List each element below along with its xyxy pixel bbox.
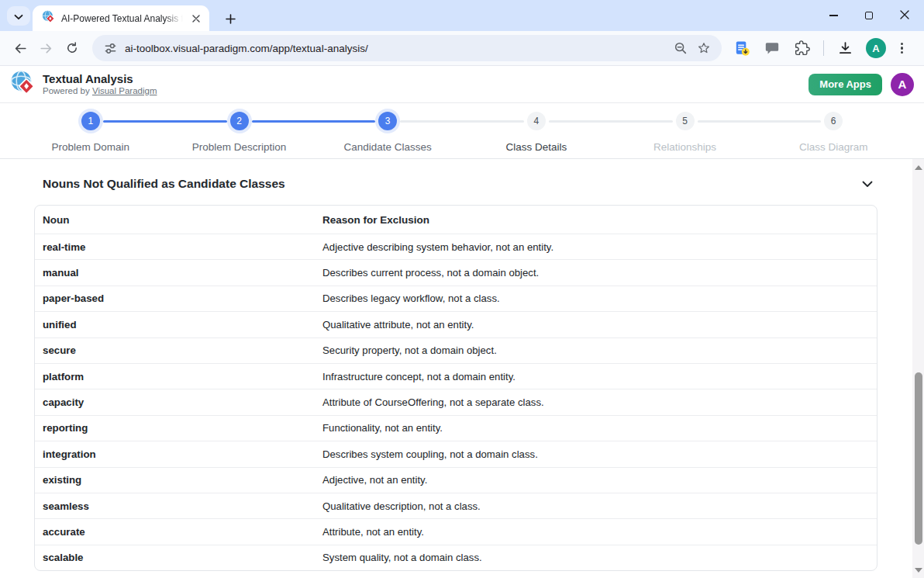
section-header[interactable]: Nouns Not Qualified as Candidate Classes: [0, 159, 924, 192]
stepper-step-2[interactable]: 2Problem Description: [165, 103, 314, 158]
maximize-button[interactable]: [851, 0, 887, 31]
bookmark-star-icon[interactable]: [695, 40, 712, 57]
browser-profile-avatar[interactable]: A: [866, 38, 886, 58]
table-row: real-timeAdjective describing system beh…: [35, 234, 877, 259]
reason-cell: Qualitative description, not a class.: [322, 500, 877, 512]
step-connector: [103, 120, 227, 123]
page-scrollbar: [912, 159, 924, 578]
scrollbar-thumb[interactable]: [915, 372, 922, 545]
site-settings-icon[interactable]: [102, 40, 119, 57]
reason-cell: Functionality, not an entity.: [322, 422, 877, 434]
noun-cell: manual: [35, 267, 322, 279]
more-apps-button[interactable]: More Apps: [808, 74, 882, 95]
table-row: unifiedQualitative attribute, not an ent…: [35, 311, 877, 337]
reason-cell: System quality, not a domain class.: [322, 552, 877, 563]
step-label: Candidate Classes: [313, 141, 462, 153]
noun-cell: real-time: [35, 241, 322, 253]
step-circle: 6: [824, 112, 843, 130]
new-tab-button[interactable]: [220, 9, 240, 29]
app-title-block: Textual Analysis Powered by Visual Parad…: [43, 72, 157, 96]
close-window-button[interactable]: [887, 0, 922, 31]
address-bar[interactable]: ai-toolbox.visual-paradigm.com/app/textu…: [92, 35, 722, 61]
docs-download-icon[interactable]: [733, 39, 751, 57]
noun-cell: accurate: [35, 526, 322, 538]
table-row: integrationDescribes system coupling, no…: [35, 441, 877, 466]
toolbar-divider: [823, 40, 824, 56]
step-circle: 4: [527, 112, 546, 130]
stepper-step-4[interactable]: 4Class Details: [462, 103, 611, 158]
step-circle: 3: [378, 112, 397, 130]
url-text: ai-toolbox.visual-paradigm.com/app/textu…: [125, 43, 666, 54]
tab-title: AI-Powered Textual Analysis for: [61, 13, 183, 24]
visual-paradigm-link[interactable]: Visual Paradigm: [92, 86, 157, 95]
browser-tab[interactable]: AI-Powered Textual Analysis for: [33, 5, 209, 31]
close-icon: [900, 9, 909, 22]
step-connector: [400, 120, 524, 123]
reload-button[interactable]: [59, 36, 84, 61]
step-label: Class Diagram: [759, 141, 908, 153]
noun-cell: integration: [35, 448, 322, 460]
stepper-step-5[interactable]: 5Relationships: [611, 103, 760, 158]
table-row: secureSecurity property, not a domain ob…: [35, 337, 877, 363]
step-circle: 5: [676, 112, 695, 130]
triangle-up-icon: [915, 165, 922, 170]
back-button[interactable]: [8, 36, 33, 61]
reason-cell: Adjective, not an entity.: [322, 474, 877, 486]
table-row: existingAdjective, not an entity.: [35, 467, 877, 493]
reason-cell: Infrastructure concept, not a domain ent…: [322, 371, 877, 382]
reason-cell: Adjective describing system behavior, no…: [322, 241, 877, 253]
table-row: seamlessQualitative description, not a c…: [35, 493, 877, 518]
table-row: scalableSystem quality, not a domain cla…: [35, 545, 877, 570]
window-controls: [815, 0, 922, 31]
table-row: capacityAttribute of CourseOffering, not…: [35, 389, 877, 414]
powered-by-text: Powered by Visual Paradigm: [43, 85, 157, 96]
step-circle: 2: [230, 112, 249, 130]
step-connector: [252, 120, 376, 123]
downloads-icon[interactable]: [836, 39, 854, 57]
table-row: reportingFunctionality, not an entity.: [35, 415, 877, 441]
triangle-down-icon: [915, 568, 922, 573]
reason-cell: Attribute of CourseOffering, not a separ…: [322, 396, 877, 408]
scroll-up-arrow[interactable]: [912, 161, 924, 173]
noun-cell: seamless: [35, 500, 322, 512]
maximize-icon: [865, 12, 873, 19]
table-row: platformInfrastructure concept, not a do…: [35, 363, 877, 389]
toolbar-extensions-area: A: [733, 38, 906, 58]
tab-close-icon[interactable]: [189, 12, 203, 26]
browser-menu-icon[interactable]: [898, 40, 906, 57]
zoom-out-icon[interactable]: [672, 40, 689, 57]
browser-titlebar: AI-Powered Textual Analysis for: [0, 0, 924, 31]
browser-toolbar: ai-toolbox.visual-paradigm.com/app/textu…: [0, 31, 924, 66]
reason-cell: Security property, not a domain object.: [322, 344, 877, 356]
excluded-nouns-table: Noun Reason for Exclusion real-timeAdjec…: [34, 205, 877, 571]
stepper-step-3[interactable]: 3Candidate Classes: [313, 103, 462, 158]
reason-cell: Describes current process, not a domain …: [322, 267, 877, 279]
column-header-reason: Reason for Exclusion: [322, 214, 877, 226]
column-header-noun: Noun: [35, 214, 322, 226]
step-label: Class Details: [462, 141, 611, 153]
step-connector: [549, 120, 673, 123]
step-circle: 1: [81, 112, 100, 130]
section-title: Nouns Not Qualified as Candidate Classes: [43, 177, 285, 191]
noun-cell: secure: [35, 344, 322, 356]
minimize-button[interactable]: [815, 0, 851, 31]
noun-cell: paper-based: [35, 292, 322, 304]
collapse-chevron-icon[interactable]: [860, 176, 875, 192]
table-header-row: Noun Reason for Exclusion: [35, 206, 877, 234]
table-row: paper-basedDescribes legacy workflow, no…: [35, 286, 877, 311]
user-avatar[interactable]: A: [891, 73, 914, 96]
extensions-puzzle-icon[interactable]: [793, 39, 812, 57]
step-label: Relationships: [611, 141, 760, 153]
tab-search-button[interactable]: [7, 6, 30, 26]
progress-stepper: 1Problem Domain2Problem Description3Cand…: [0, 103, 924, 159]
feedback-comment-icon[interactable]: [763, 39, 781, 57]
scroll-down-arrow[interactable]: [912, 564, 924, 576]
forward-button[interactable]: [33, 36, 59, 61]
noun-cell: platform: [35, 371, 322, 382]
noun-cell: capacity: [35, 396, 322, 408]
step-label: Problem Description: [165, 141, 314, 153]
favicon-visual-paradigm-icon: [42, 10, 55, 26]
stepper-step-6[interactable]: 6Class Diagram: [759, 103, 908, 158]
noun-cell: unified: [35, 319, 322, 331]
stepper-step-1[interactable]: 1Problem Domain: [16, 103, 165, 158]
